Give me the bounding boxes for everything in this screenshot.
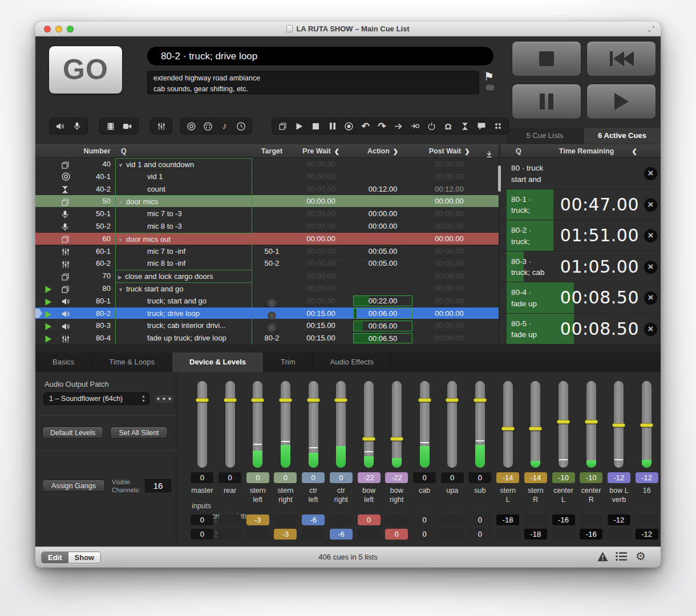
- audio-patch-select[interactable]: 1 – Soundflower (64ch) ▲▼: [43, 392, 149, 405]
- cue-name-cell[interactable]: mic 8 to -inf: [115, 257, 252, 270]
- fader-stern-L[interactable]: [503, 381, 513, 468]
- crosspoint-cell[interactable]: 0: [385, 529, 408, 540]
- inspector-tab-time-loops[interactable]: Time & Loops: [92, 352, 172, 372]
- pre-wait-cell[interactable]: 00:00.00: [291, 295, 351, 307]
- fader-handle[interactable]: [557, 420, 570, 424]
- target-cue-icon[interactable]: [187, 122, 196, 131]
- cue-name-cell[interactable]: mic 8 to -3: [115, 220, 252, 233]
- cue-name-cell[interactable]: truck; cab interior drivi...: [115, 319, 252, 332]
- level-value-ctr-left[interactable]: 0: [302, 472, 325, 483]
- fader-handle[interactable]: [640, 423, 653, 427]
- mic-cue-icon[interactable]: [72, 122, 81, 130]
- undo-cue-icon[interactable]: ↶: [361, 121, 370, 131]
- post-wait-cell[interactable]: 00:00.00: [415, 233, 484, 245]
- crosspoint-cell[interactable]: 0: [358, 514, 381, 525]
- post-wait-cell[interactable]: 00:00.00: [415, 208, 484, 220]
- pre-wait-cell[interactable]: 00:15.00: [291, 332, 351, 345]
- cue-target-cell[interactable]: 50-2: [253, 257, 291, 270]
- fader-center-L[interactable]: [559, 381, 568, 468]
- cue-target-cell[interactable]: [253, 171, 291, 183]
- stop-active-cue-button[interactable]: ×: [644, 229, 657, 242]
- crosspoint-cell[interactable]: [246, 529, 269, 540]
- disclosure-open-icon[interactable]: ▼: [118, 237, 123, 243]
- post-wait-cell[interactable]: 00:00.00: [415, 195, 484, 208]
- column-header-q[interactable]: Q: [121, 144, 144, 158]
- crosspoint-cell[interactable]: [496, 529, 519, 540]
- fade-cue-icon[interactable]: [157, 123, 165, 130]
- crosspoint-cell[interactable]: -12: [636, 529, 658, 540]
- level-value-stern-L[interactable]: -14: [496, 472, 519, 483]
- action-cell[interactable]: 00:00.00: [351, 208, 415, 220]
- crosspoint-cell[interactable]: -12: [608, 514, 630, 525]
- fader-handle[interactable]: [362, 437, 375, 441]
- column-header-pre-wait[interactable]: Pre Wait❮: [291, 144, 351, 158]
- record-cue-icon[interactable]: [345, 122, 353, 131]
- stop-active-cue-button[interactable]: ×: [644, 167, 657, 180]
- arrow-cue-icon[interactable]: [394, 123, 403, 129]
- cue-target-cell[interactable]: [253, 208, 291, 220]
- cue-row-50-2[interactable]: 50-2mic 8 to -300:00.0000:00.0000:00.00: [35, 220, 499, 233]
- fader-ctr-left[interactable]: [309, 381, 318, 468]
- inspector-tab-basics[interactable]: Basics: [35, 352, 92, 372]
- post-wait-cell[interactable]: 00:00.00: [415, 245, 484, 258]
- active-cue-row[interactable]: 80-2 ·truck;01:51.00×: [501, 220, 661, 252]
- cue-target-cell[interactable]: ↑: [253, 307, 291, 320]
- cue-name-cell[interactable]: mic 7 to -3: [115, 208, 252, 220]
- memo-cue-icon[interactable]: [477, 123, 485, 130]
- input-gain-row-2[interactable]: 0: [191, 529, 213, 540]
- stop-cue-icon[interactable]: [311, 123, 320, 129]
- cue-target-cell[interactable]: [253, 282, 291, 295]
- wait-cue-icon[interactable]: [460, 123, 469, 130]
- crosspoint-cell[interactable]: -6: [302, 514, 325, 525]
- active-cue-row[interactable]: 80-5 ·fade up00:08.50×: [501, 314, 661, 345]
- assign-gangs-button[interactable]: Assign Gangs: [42, 480, 105, 492]
- crosspoint-cell[interactable]: -16: [552, 514, 575, 525]
- cue-row-60-2[interactable]: 60-2mic 8 to -inf50-200:00.0000:05.0000:…: [35, 257, 499, 270]
- script-cue-icon[interactable]: Ω: [444, 122, 452, 131]
- settings-gear-icon[interactable]: ⚙: [636, 549, 646, 563]
- crosspoint-cell[interactable]: [608, 529, 630, 540]
- action-cell[interactable]: [351, 282, 415, 295]
- fader-stern-R[interactable]: [531, 381, 540, 468]
- cue-name-cell[interactable]: mic 7 to -inf: [115, 245, 252, 258]
- cue-row-80-4[interactable]: 80-4fade up truck; drive loop80-200:15.0…: [35, 332, 499, 345]
- fader-upa[interactable]: [447, 381, 457, 468]
- cue-name-cell[interactable]: ▼door mics: [115, 195, 252, 208]
- fader-handle[interactable]: [446, 398, 459, 402]
- redo-cue-icon[interactable]: ↷: [378, 121, 386, 131]
- rewind-button[interactable]: [586, 41, 656, 76]
- play-button[interactable]: [586, 84, 656, 119]
- pre-wait-cell[interactable]: 00:00.00: [291, 158, 351, 171]
- fader-handle[interactable]: [501, 427, 515, 431]
- action-cell[interactable]: 00:12.00: [351, 183, 415, 196]
- level-value-master[interactable]: 0: [191, 472, 213, 483]
- action-cell[interactable]: [351, 233, 415, 245]
- music-cue-icon[interactable]: ♪: [220, 121, 229, 131]
- crosspoint-cell[interactable]: [524, 514, 547, 525]
- level-value-cab[interactable]: 0: [413, 472, 436, 483]
- cue-name-cell[interactable]: truck; drive loop: [115, 307, 252, 320]
- fader-stern-right[interactable]: [281, 381, 290, 468]
- post-wait-cell[interactable]: 00:00.00: [415, 257, 484, 270]
- cue-target-cell[interactable]: 80-2: [253, 332, 291, 345]
- cue-target-cell[interactable]: [253, 270, 291, 282]
- fader-cab[interactable]: [420, 381, 430, 468]
- crosspoint-cell[interactable]: [330, 514, 353, 525]
- video-cue-icon[interactable]: [106, 123, 115, 130]
- level-value-16[interactable]: -12: [636, 472, 658, 483]
- fader-handle[interactable]: [251, 398, 264, 402]
- level-value-bow-right[interactable]: -22: [385, 472, 408, 483]
- pre-wait-cell[interactable]: 00:00.00: [291, 257, 351, 270]
- pre-wait-cell[interactable]: 00:00.00: [291, 208, 351, 220]
- fader-rear[interactable]: [225, 381, 235, 468]
- input-gain-row-1[interactable]: 0: [191, 514, 213, 525]
- fader-bow-left[interactable]: [364, 381, 374, 468]
- cue-row-40-2[interactable]: 40-2count00:00.0000:12.0000:12.00: [35, 183, 499, 196]
- action-cell[interactable]: 00:00.00: [351, 220, 415, 233]
- cue-name-cell[interactable]: truck; start and go: [115, 295, 252, 307]
- fader-handle[interactable]: [474, 398, 487, 402]
- fader-handle[interactable]: [612, 423, 625, 427]
- action-cell[interactable]: 00:22.00: [351, 295, 415, 307]
- level-value-bow L-verb[interactable]: -12: [608, 472, 630, 483]
- pause-cue-icon[interactable]: [328, 123, 337, 129]
